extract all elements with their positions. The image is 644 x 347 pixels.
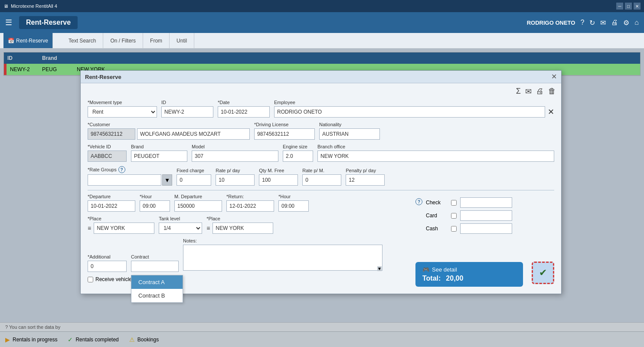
tank-level-group: Tank level 1/4 1/2 3/4 Full bbox=[159, 216, 202, 234]
see-detail-button[interactable]: 🎮 See detail bbox=[422, 266, 463, 273]
maximize-button[interactable]: □ bbox=[625, 3, 632, 10]
receive-vehicle-group: Receive vehicle bbox=[88, 276, 132, 282]
driving-license-input[interactable] bbox=[254, 128, 315, 140]
card-checkbox[interactable] bbox=[451, 213, 457, 219]
vehicle-id-label: *Vehicle ID bbox=[88, 144, 127, 149]
return-group: *Return: bbox=[226, 194, 274, 212]
rate-groups-input[interactable] bbox=[88, 174, 161, 186]
refresh-icon[interactable]: ↻ bbox=[589, 19, 595, 27]
fixed-charge-input[interactable] bbox=[177, 174, 211, 186]
main-toolbar: ☰ Rent-Reserve RODRIGO ONETO ? ↻ ✉ 🖨 ⚙ ⌂ bbox=[0, 12, 644, 33]
departure-hour-group: *Hour bbox=[140, 194, 170, 212]
payment-help-icon[interactable]: ? bbox=[415, 198, 422, 205]
rate-pm-input[interactable] bbox=[302, 174, 341, 186]
rate-groups-help-icon[interactable]: ? bbox=[118, 166, 125, 173]
additional-input[interactable] bbox=[88, 261, 127, 272]
payment-section: ? Check Card bbox=[415, 194, 554, 234]
customer-name-input[interactable] bbox=[137, 128, 250, 140]
model-input[interactable] bbox=[192, 151, 278, 162]
notes-scroll-down[interactable]: ▼ bbox=[377, 266, 382, 271]
tab-until[interactable]: Until bbox=[170, 33, 194, 48]
vehicle-id-input[interactable] bbox=[88, 151, 127, 162]
brand-label: Brand bbox=[131, 144, 187, 149]
contract-input[interactable] bbox=[131, 261, 179, 272]
sigma-icon[interactable]: Σ bbox=[516, 87, 521, 96]
engine-size-group: Engine size bbox=[283, 144, 313, 162]
form-row-3: *Vehicle ID Brand Model Engine size Bran… bbox=[88, 144, 554, 162]
departure-return-fields: *Departure *Hour M. Departure *Retu bbox=[88, 194, 409, 287]
hamburger-icon[interactable]: ☰ bbox=[5, 18, 12, 27]
contract-option-a[interactable]: Contract A bbox=[131, 275, 183, 289]
help-icon[interactable]: ? bbox=[580, 19, 584, 26]
minimize-button[interactable]: ─ bbox=[616, 3, 623, 10]
departure-place-input[interactable] bbox=[94, 223, 154, 234]
tab-from[interactable]: From bbox=[143, 33, 170, 48]
rate-pday-input[interactable] bbox=[216, 174, 255, 186]
brand-group: Brand bbox=[131, 144, 187, 162]
departure-hour-label: *Hour bbox=[140, 194, 170, 199]
card-label: Card bbox=[426, 213, 448, 219]
settings-icon[interactable]: ⚙ bbox=[623, 19, 629, 27]
branch-office-input[interactable] bbox=[317, 151, 554, 162]
tab-on-filters[interactable]: On / Filters bbox=[103, 33, 143, 48]
print-icon[interactable]: 🖨 bbox=[611, 19, 618, 26]
modal-title: Rent-Reserve bbox=[85, 74, 121, 80]
trash-icon[interactable]: 🗑 bbox=[548, 87, 556, 96]
engine-size-input[interactable] bbox=[283, 151, 313, 162]
qty-mfree-input[interactable] bbox=[259, 174, 298, 186]
penalty-pday-label: Penalty p/ day bbox=[346, 168, 385, 173]
home-icon[interactable]: ⌂ bbox=[634, 19, 639, 26]
see-detail-icon: 🎮 bbox=[422, 266, 429, 273]
mail-toolbar-icon[interactable]: ✉ bbox=[525, 87, 532, 96]
departure-hour-input[interactable] bbox=[140, 200, 170, 212]
print-toolbar-icon[interactable]: 🖨 bbox=[536, 87, 544, 96]
departure-input[interactable] bbox=[88, 200, 135, 212]
confirm-button[interactable]: ✔ bbox=[532, 262, 554, 284]
tab-text-search[interactable]: Text Search bbox=[62, 33, 103, 48]
movement-type-select[interactable]: Rent Reserve bbox=[88, 106, 157, 118]
id-input[interactable] bbox=[161, 106, 213, 118]
modal-close-button[interactable]: ✕ bbox=[551, 73, 557, 80]
mail-icon[interactable]: ✉ bbox=[600, 19, 606, 27]
date-input[interactable] bbox=[218, 106, 270, 118]
cash-checkbox[interactable] bbox=[451, 226, 457, 232]
m-departure-input[interactable] bbox=[174, 200, 222, 212]
additional-label: *Additional bbox=[88, 254, 127, 259]
driving-license-group: *Driving License bbox=[254, 122, 315, 140]
qty-mfree-group: Qty M. Free bbox=[259, 168, 298, 186]
close-button[interactable]: ✕ bbox=[634, 3, 641, 10]
return-place-input[interactable] bbox=[212, 223, 273, 234]
additional-contract-row: *Additional Contract Contract A Contract… bbox=[88, 238, 409, 272]
date-label: *Date bbox=[218, 100, 270, 105]
cash-value-input[interactable] bbox=[460, 223, 512, 234]
return-label: *Return: bbox=[226, 194, 274, 199]
return-hour-label: *Hour bbox=[278, 194, 309, 199]
notes-group: Notes: ▼ bbox=[183, 238, 382, 272]
branch-office-group: Branch office bbox=[317, 144, 554, 162]
check-value-input[interactable] bbox=[460, 197, 512, 208]
employee-input[interactable] bbox=[274, 106, 545, 118]
title-bar-text: Microtexne RentitAll 4 bbox=[11, 3, 57, 9]
app-title: Rent-Reserve bbox=[19, 16, 78, 29]
notes-textarea[interactable] bbox=[183, 245, 382, 271]
rate-groups-dropdown-btn[interactable]: ▼ bbox=[162, 174, 172, 186]
tab-rent-reserve[interactable]: 📅 Rent-Reserve bbox=[3, 33, 53, 48]
model-label: Model bbox=[192, 144, 278, 149]
nationality-input[interactable] bbox=[319, 128, 380, 140]
clear-employee-button[interactable]: ✕ bbox=[548, 107, 554, 117]
tank-level-select[interactable]: 1/4 1/2 3/4 Full bbox=[159, 223, 202, 234]
check-checkbox[interactable] bbox=[451, 200, 457, 206]
id-label: ID bbox=[161, 100, 213, 105]
nationality-label: Nationality bbox=[319, 122, 380, 127]
contract-dropdown: Contract A Contract B bbox=[131, 275, 183, 303]
contract-option-b[interactable]: Contract B bbox=[131, 289, 183, 302]
penalty-pday-input[interactable] bbox=[346, 174, 385, 186]
customer-group: *Customer bbox=[88, 122, 250, 140]
receive-vehicle-checkbox[interactable] bbox=[88, 277, 93, 282]
card-value-input[interactable] bbox=[460, 210, 512, 221]
return-hour-input[interactable] bbox=[278, 200, 309, 212]
brand-input[interactable] bbox=[131, 151, 187, 162]
return-input[interactable] bbox=[226, 200, 274, 212]
customer-code-input[interactable] bbox=[88, 128, 135, 140]
notes-label: Notes: bbox=[183, 238, 382, 243]
